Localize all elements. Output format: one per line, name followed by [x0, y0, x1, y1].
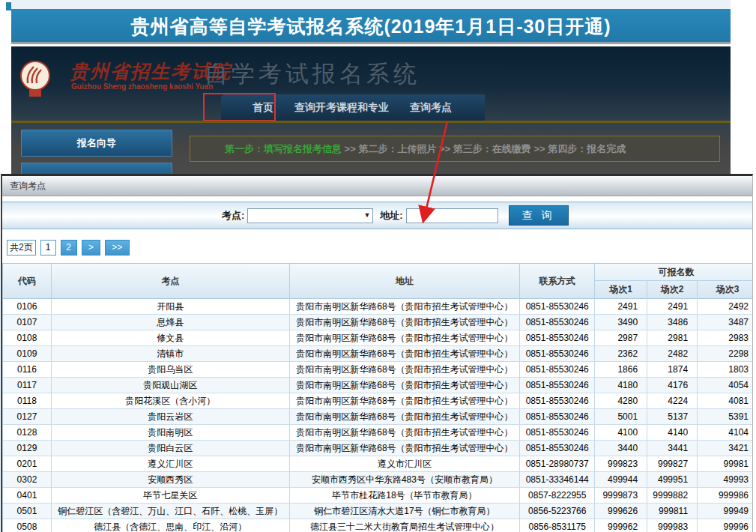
cell-contact: 0851-33346144	[520, 472, 595, 487]
cell-site: 毕节七星关区	[52, 488, 290, 503]
cell-address: 贵阳市南明区新华路68号（贵阳市招生考试管理中心）	[290, 393, 521, 408]
site-header: 贵州省招生考试院 Guizhou Sheng zhaosheng kaoshi …	[11, 46, 731, 174]
cell-contact: 0851-85530246	[520, 299, 595, 314]
cell-address: 铜仁市碧江区清水大道17号（铜仁市教育局）	[290, 504, 521, 519]
panel-title: 查询考点	[2, 176, 752, 196]
cell-address: 贵阳市南明区新华路68号（贵阳市招生考试管理中心）	[290, 425, 521, 440]
col-header-address: 地址	[290, 264, 521, 298]
table-row: 0127贵阳云岩区贵阳市南明区新华路68号（贵阳市招生考试管理中心）0851-8…	[3, 409, 753, 425]
cell-code: 0118	[3, 393, 52, 408]
cell-contact: 0851-85530246	[520, 378, 595, 393]
cell-session3: 3421	[698, 441, 753, 456]
table-row: 0116贵阳乌当区贵阳市南明区新华路68号（贵阳市招生考试管理中心）0851-8…	[3, 362, 753, 378]
cell-session3: 4081	[698, 393, 753, 408]
cell-session1: 4100	[595, 425, 647, 440]
banner-title: 贵州省高等自学考试报名系统(2019年1月1日-30日开通)	[11, 9, 731, 44]
cell-session1: 2362	[595, 346, 647, 361]
top-strip	[11, 0, 731, 9]
pagination: 共2页 1 2 > >>	[7, 240, 752, 256]
site-select[interactable]: ▼	[247, 208, 373, 223]
table-row: 0129贵阳白云区贵阳市南明区新华路68号（贵阳市招生考试管理中心）0851-8…	[3, 441, 753, 456]
col-header-site: 考点	[52, 264, 290, 298]
sidebar-item-wizard[interactable]: 报名向导	[21, 130, 172, 157]
col-header-capacity: 可报名数	[595, 264, 753, 281]
cell-code: 0501	[3, 504, 52, 519]
cell-site: 开阳县	[52, 299, 290, 314]
cell-contact: 0851-85530246	[520, 362, 595, 377]
table-body: 0106开阳县贵阳市南明区新华路68号（贵阳市招生考试管理中心）0851-855…	[3, 299, 753, 532]
nav-query-sites[interactable]: 查询考点	[399, 101, 462, 115]
cell-address: 安顺市西秀区中华东路483号（安顺市教育局）	[290, 472, 521, 487]
search-button[interactable]: 查 询	[509, 205, 569, 226]
cell-session2: 999983	[647, 519, 698, 532]
cell-address: 贵阳市南明区新华路68号（贵阳市招生考试管理中心）	[290, 378, 521, 393]
cell-session3: 99949	[698, 504, 753, 519]
page-1-button[interactable]: 1	[40, 240, 56, 256]
cell-address: 贵阳市南明区新华路68号（贵阳市招生考试管理中心）	[290, 441, 521, 456]
cell-site: 贵阳观山湖区	[52, 378, 290, 393]
cell-session1: 1866	[595, 362, 647, 377]
cell-session2: 4224	[647, 393, 698, 408]
cell-site: 修文县	[52, 330, 290, 345]
cell-code: 0107	[3, 315, 52, 330]
site-select-label: 考点:	[222, 209, 244, 223]
table-row: 0107息烽县贵阳市南明区新华路68号（贵阳市招生考试管理中心）0851-855…	[3, 315, 753, 330]
cell-site: 安顺西秀区	[52, 472, 290, 487]
cell-session2: 999811	[647, 504, 698, 519]
table-row: 0106开阳县贵阳市南明区新华路68号（贵阳市招生考试管理中心）0851-855…	[3, 299, 753, 315]
cell-session1: 3440	[595, 441, 647, 456]
cell-site: 贵阳花溪区（含小河）	[52, 393, 290, 408]
table-row: 0302安顺西秀区安顺市西秀区中华东路483号（安顺市教育局）0851-3334…	[3, 472, 753, 488]
cell-session3: 1803	[698, 362, 753, 377]
cell-code: 0201	[3, 456, 52, 471]
cell-site: 遵义汇川区	[52, 456, 290, 471]
site-logo-icon	[17, 59, 56, 98]
cell-code: 0117	[3, 378, 52, 393]
cell-code: 0106	[3, 299, 52, 314]
cell-session1: 499944	[595, 472, 647, 487]
cell-session2: 1874	[647, 362, 698, 377]
next-page-button[interactable]: >	[82, 240, 100, 256]
cell-session1: 999626	[595, 504, 647, 519]
sites-table: 代码 考点 地址 联系方式 可报名数 场次1 场次2 场次3 0106开阳县贵阳…	[2, 263, 753, 532]
last-page-button[interactable]: >>	[105, 240, 130, 256]
search-form: 考点: ▼ 地址: 查 询	[2, 202, 752, 229]
cell-session3: 2983	[698, 330, 753, 345]
table-row: 0501铜仁碧江区（含碧江、万山、江口、石阡、松桃、玉屏）铜仁市碧江区清水大道1…	[3, 504, 753, 519]
cell-code: 0116	[3, 362, 52, 377]
table-header: 代码 考点 地址 联系方式 可报名数 场次1 场次2 场次3	[3, 264, 753, 299]
cell-address: 贵阳市南明区新华路68号（贵阳市招生考试管理中心）	[290, 346, 521, 361]
cell-site: 贵阳白云区	[52, 441, 290, 456]
steps-rest: >> 第二步：上传照片 >> 第三步：在线缴费 >> 第四步：报名完成	[342, 143, 626, 154]
nav-courses[interactable]: 查询开考课程和专业	[284, 101, 399, 115]
cell-session1: 5001	[595, 409, 647, 424]
cell-session3: 999986	[698, 488, 753, 503]
page: 贵州省高等自学考试报名系统(2019年1月1日-30日开通) 贵州省招生考试院 …	[0, 0, 756, 532]
cell-session2: 5137	[647, 409, 698, 424]
cell-code: 0302	[3, 472, 52, 487]
cell-session2: 2491	[647, 299, 698, 314]
cell-session2: 4176	[647, 378, 698, 393]
page-2-button[interactable]: 2	[61, 240, 77, 256]
brand-name-en: Guizhou Sheng zhaosheng kaoshi Yuan	[71, 82, 213, 91]
cell-code: 0128	[3, 425, 52, 440]
cell-session1: 2491	[595, 299, 647, 314]
cell-site: 贵阳乌当区	[52, 362, 290, 377]
cell-session2: 499951	[647, 472, 698, 487]
address-input[interactable]	[406, 208, 498, 223]
cell-site: 清镇市	[52, 346, 290, 361]
col-header-session2: 场次2	[647, 281, 698, 297]
col-header-session3: 场次3	[698, 281, 753, 297]
cell-site: 贵阳南明区	[52, 425, 290, 440]
cell-address: 贵阳市南明区新华路68号（贵阳市招生考试管理中心）	[290, 362, 521, 377]
cell-contact: 0851-85530246	[520, 315, 595, 330]
cell-session3: 99996	[698, 519, 753, 532]
cell-site: 息烽县	[52, 315, 290, 330]
cell-code: 0508	[3, 519, 52, 532]
page-count-label: 共2页	[7, 240, 36, 256]
cell-address: 遵义市汇川区	[290, 456, 521, 471]
table-row: 0401毕节七星关区毕节市桂花路18号（毕节市教育局）0857-82229559…	[3, 488, 753, 504]
cell-address: 毕节市桂花路18号（毕节市教育局）	[290, 488, 521, 503]
annotation-highlight-box	[203, 93, 276, 121]
cell-code: 0108	[3, 330, 52, 345]
